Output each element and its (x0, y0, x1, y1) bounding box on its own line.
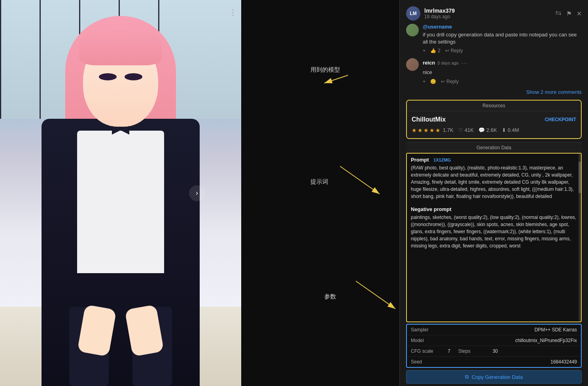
model-row: Model chilloutmix_NiPrunedFp32Fix (407, 335, 581, 346)
likes-stat: ♡ 41K (458, 127, 474, 133)
cfg-value: 7 (442, 348, 450, 354)
add-reaction-button[interactable]: + (423, 48, 425, 53)
annotation-prompt: 提示词 (310, 178, 328, 186)
prompt-section[interactable]: Prompt 1X1ZMG (RAW photo, best quality),… (406, 153, 582, 322)
comment-actions: + 👍 2 ↩ Reply (423, 48, 582, 53)
post-time: 18 days ago (424, 14, 455, 19)
comment-item: @username if you drill copy generation d… (406, 24, 582, 53)
annotation-model: 用到的模型 (310, 66, 340, 74)
cfg-steps-row: CFG scale 7 Steps 30 (407, 346, 581, 357)
resources-header: Resources (407, 101, 581, 111)
resource-item: ChilloutMix CHECKPOINT ★ ★ ★ ★ ★ 1.7K ♡ … (407, 111, 581, 138)
rating-count: 1.7K (443, 127, 454, 133)
emoji-button[interactable]: 😊 (430, 79, 436, 84)
comment-content: @username if you drill copy generation d… (423, 24, 582, 53)
like-button[interactable]: 👍 2 (430, 48, 441, 53)
comment-avatar (406, 24, 419, 36)
comment-username: reicn (423, 60, 435, 66)
close-button[interactable]: ✕ (577, 10, 582, 17)
seed-label: Seed (411, 359, 442, 365)
model-value: chilloutmix_NiPrunedFp32Fix (442, 338, 577, 343)
comment-actions: + 😊 ↩ Reply (423, 79, 582, 84)
reply-button[interactable]: ↩ Reply (445, 48, 463, 53)
comment-content: reicn 3 days ago ··· nice + 😊 ↩ Reply (423, 58, 582, 84)
comment-item: reicn 3 days ago ··· nice + 😊 ↩ Reply (406, 58, 582, 84)
right-panel: LM lmrlmax379 18 days ago ⮀ ⚑ ✕ @use (399, 0, 588, 386)
add-reaction-button[interactable]: + (423, 79, 425, 84)
seed-row: Seed 1684432449 (407, 357, 581, 367)
params-section: Sampler DPM++ SDE Karras Model chilloutm… (406, 324, 582, 368)
comment-options-button[interactable]: ··· (461, 58, 468, 67)
user-avatar: LM (406, 6, 420, 21)
resource-name[interactable]: ChilloutMix (412, 116, 446, 123)
resource-type: CHECKPOINT (545, 117, 576, 122)
prompt-text: (RAW photo, best quality), (realistic, p… (407, 164, 581, 203)
comment-time: 3 days ago (437, 61, 459, 65)
user-info: LM lmrlmax379 18 days ago (406, 6, 455, 21)
cfg-label: CFG scale (411, 348, 442, 354)
steps-value: 30 (482, 348, 498, 354)
steps-label: Steps (458, 348, 482, 354)
model-label: Model (411, 338, 442, 343)
star-rating: ★ ★ ★ ★ ★ 1.7K (412, 127, 454, 133)
neg-prompt-text: paintings, sketches, (worst quality:2), … (407, 214, 581, 253)
more-options-button[interactable]: ⋮ (229, 8, 236, 17)
resources-box: Resources ChilloutMix CHECKPOINT ★ ★ ★ ★… (406, 100, 582, 139)
flag-button[interactable]: ⚑ (566, 10, 572, 17)
seed-value: 1684432449 (442, 359, 577, 365)
comment-username: @username (423, 24, 452, 30)
sampler-label: Sampler (411, 327, 442, 333)
show-more-comments-button[interactable]: Show 2 more comments (406, 89, 582, 95)
sampler-value: DPM++ SDE Karras (442, 327, 577, 333)
prompt-size: 1X1ZMG (433, 158, 451, 162)
scrollbar-track (579, 154, 581, 321)
next-image-button[interactable]: › (189, 185, 205, 201)
image-area: 用到的模型 提示词 参数 ⋮ › (0, 0, 399, 386)
user-details: lmrlmax379 18 days ago (424, 8, 455, 19)
resource-stats: ★ ★ ★ ★ ★ 1.7K ♡ 41K 💬 2.6K (412, 127, 576, 133)
sampler-row: Sampler DPM++ SDE Karras (407, 325, 581, 335)
panel-header: LM lmrlmax379 18 days ago ⮀ ⚑ ✕ (400, 0, 588, 24)
share-button[interactable]: ⮀ (555, 10, 562, 17)
neg-prompt-label: Negative prompt (407, 203, 581, 214)
comments-section: @username if you drill copy generation d… (400, 24, 588, 100)
copy-generation-data-button[interactable]: ⧉ Copy Generation Data (406, 370, 582, 384)
scrollbar-thumb[interactable] (579, 162, 581, 193)
prompt-label: Prompt 1X1ZMG (407, 154, 581, 164)
comment-text: nice (423, 69, 582, 76)
comments-stat: 💬 2.6K (478, 127, 497, 133)
header-actions: ⮀ ⚑ ✕ (555, 10, 582, 17)
annotation-params: 参数 (324, 293, 336, 300)
comment-text: if you drill copy generation data and pa… (423, 31, 582, 46)
generation-data-header: Generation Data (406, 142, 582, 153)
username: lmrlmax379 (424, 8, 455, 14)
comment-avatar (406, 58, 419, 71)
downloads-stat: ⬇ 0.4M (502, 127, 519, 133)
prompt-arrow (301, 150, 399, 202)
main-image (0, 0, 241, 386)
reply-button[interactable]: ↩ Reply (441, 79, 459, 84)
copy-icon: ⧉ (465, 374, 469, 380)
